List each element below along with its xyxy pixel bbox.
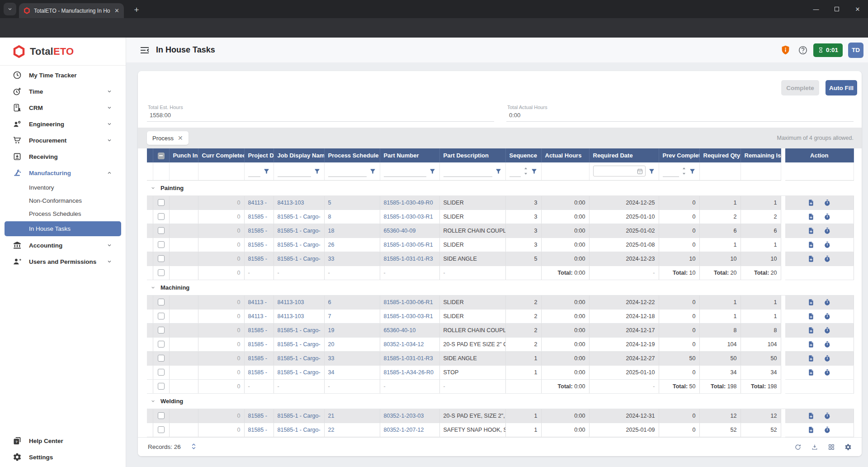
cell-process_schedule[interactable]: 33 — [324, 252, 380, 266]
filter-job_display_name[interactable] — [278, 165, 321, 177]
cell-process_schedule[interactable]: 34 — [324, 365, 380, 379]
document-add-icon[interactable] — [807, 299, 815, 306]
sidebar-item-in-house-tasks[interactable]: In House Tasks — [5, 221, 121, 236]
row-checkbox[interactable] — [158, 227, 165, 234]
stopwatch-icon[interactable] — [824, 227, 831, 234]
gear-icon[interactable] — [844, 443, 852, 451]
sidebar-item-help-center[interactable]: ?Help Center — [0, 433, 126, 449]
cell-project[interactable]: 81585 - — [244, 238, 274, 252]
cell-part_number[interactable]: 81585-1-A34-26-R0 — [380, 365, 439, 379]
chip-remove-icon[interactable]: ✕ — [178, 134, 183, 142]
help-icon[interactable] — [798, 45, 808, 55]
complete-button[interactable]: Complete — [781, 80, 819, 95]
stopwatch-icon[interactable] — [824, 241, 831, 248]
filter-input[interactable] — [384, 165, 426, 177]
stopwatch-icon[interactable] — [824, 199, 831, 206]
row-checkbox[interactable] — [158, 213, 165, 220]
filter-required_date[interactable]: 7 — [593, 165, 655, 177]
filter-sequence[interactable] — [509, 165, 538, 177]
sidebar-item-my-time-tracker[interactable]: My Time Tracker — [0, 67, 126, 83]
alert-shield-icon[interactable] — [780, 45, 791, 55]
sidebar-item-inventory[interactable]: Inventory — [0, 181, 126, 194]
stopwatch-icon[interactable] — [824, 355, 831, 362]
stopwatch-icon[interactable] — [824, 255, 831, 262]
column-header-remaining_issued[interactable]: Remaining Issu — [741, 148, 781, 162]
select-all-checkbox[interactable] — [158, 152, 165, 159]
column-header-part_description[interactable]: Part Description — [439, 148, 505, 162]
sidebar-item-procurement[interactable]: Procurement — [0, 132, 126, 148]
sidebar-item-non-conformances[interactable]: Non-Conformances — [0, 194, 126, 207]
document-add-icon[interactable] — [807, 355, 815, 362]
cell-project[interactable]: 81585 - — [244, 210, 274, 224]
row-checkbox[interactable] — [158, 255, 165, 262]
cell-part_number[interactable]: 81585-1-030-03-R1 — [380, 309, 439, 323]
row-checkbox[interactable] — [158, 199, 165, 206]
row-checkbox[interactable] — [158, 313, 165, 319]
row-checkbox[interactable] — [158, 383, 165, 390]
cell-part_number[interactable]: 65360-40-09 — [380, 224, 439, 238]
document-add-icon[interactable] — [807, 199, 815, 206]
row-checkbox[interactable] — [158, 412, 165, 419]
total-actual-hours-field[interactable]: Total Actual Hours 0:00 — [506, 103, 854, 122]
cell-job_display_name[interactable]: 81585-1 - Cargo- — [274, 252, 324, 266]
document-add-icon[interactable] — [807, 426, 815, 434]
browser-tab[interactable]: TotalETO - Manufacturing In Ho ✕ — [19, 3, 124, 18]
filter-input[interactable] — [443, 165, 492, 177]
cell-job_display_name[interactable]: 84113-103 — [274, 295, 324, 309]
column-header-checkbox[interactable] — [153, 148, 169, 162]
column-header-part_number[interactable]: Part Number — [380, 148, 439, 162]
cell-job_display_name[interactable]: 81585-1 - Cargo- — [274, 351, 324, 365]
cell-process_schedule[interactable]: 33 — [324, 351, 380, 365]
cell-process_schedule[interactable]: 19 — [324, 323, 380, 337]
cell-job_display_name[interactable]: 81585-1 - Cargo- — [274, 337, 324, 351]
row-checkbox[interactable] — [158, 327, 165, 334]
cell-part_number[interactable]: 80352-1-207-12 — [380, 423, 439, 437]
cell-project[interactable]: 81585 - — [244, 351, 274, 365]
stopwatch-icon[interactable] — [824, 299, 831, 306]
column-header-required_qty[interactable]: Required Qty — [699, 148, 741, 162]
group-header-machining[interactable]: Machining — [147, 280, 854, 295]
cell-part_number[interactable]: 80352-1-203-03 — [380, 409, 439, 423]
column-header-project[interactable]: Project Di — [244, 148, 274, 162]
cell-process_schedule[interactable]: 5 — [324, 195, 380, 210]
minimize-icon[interactable]: — — [806, 0, 826, 18]
cell-job_display_name[interactable]: 81585-1 - Cargo- — [274, 224, 324, 238]
cell-job_display_name[interactable]: 81585-1 - Cargo- — [274, 238, 324, 252]
row-checkbox[interactable] — [158, 341, 165, 348]
cell-part_number[interactable]: 81585-1-030-06-R1 — [380, 295, 439, 309]
grid-icon[interactable] — [828, 443, 835, 451]
filter-input[interactable] — [328, 165, 367, 177]
stopwatch-icon[interactable] — [824, 341, 831, 348]
cell-job_display_name[interactable]: 81585-1 - Cargo- — [274, 323, 324, 337]
filter-input[interactable] — [509, 165, 521, 177]
cell-part_number[interactable]: 81585-1-030-05-R1 — [380, 238, 439, 252]
filter-prev_completed[interactable] — [663, 165, 696, 177]
filter-part_description[interactable] — [443, 165, 502, 177]
cell-process_schedule[interactable]: 20 — [324, 337, 380, 351]
cell-project[interactable]: 81585 - — [244, 423, 274, 437]
document-add-icon[interactable] — [807, 369, 815, 376]
document-add-icon[interactable] — [807, 327, 815, 334]
app-logo[interactable]: TotalETO — [0, 38, 126, 66]
maximize-icon[interactable] — [826, 0, 847, 18]
cell-part_number[interactable]: 81585-1-030-03-R1 — [380, 210, 439, 224]
stopwatch-icon[interactable] — [824, 369, 831, 376]
row-checkbox[interactable] — [158, 299, 165, 305]
document-add-icon[interactable] — [807, 227, 815, 234]
stopwatch-icon[interactable] — [824, 327, 831, 334]
cell-job_display_name[interactable]: 81585-1 - Cargo- — [274, 365, 324, 379]
cell-process_schedule[interactable]: 18 — [324, 224, 380, 238]
window-close-icon[interactable]: ✕ — [847, 0, 868, 18]
filter-input[interactable] — [663, 165, 679, 177]
cell-part_number[interactable]: 81585-1-031-01-R3 — [380, 351, 439, 365]
cell-process_schedule[interactable]: 22 — [324, 423, 380, 437]
cell-part_number[interactable]: 65360-40-10 — [380, 323, 439, 337]
cell-project[interactable]: 81585 - — [244, 323, 274, 337]
autofill-button[interactable]: Auto Fill — [826, 80, 857, 95]
column-header-punch_in[interactable]: Punch In.. — [169, 148, 198, 162]
sidebar-item-settings[interactable]: Settings — [0, 449, 126, 465]
column-header-required_date[interactable]: Required Date — [589, 148, 659, 162]
document-add-icon[interactable] — [807, 313, 815, 320]
filter-project[interactable] — [248, 165, 270, 177]
cell-process_schedule[interactable]: 6 — [324, 295, 380, 309]
